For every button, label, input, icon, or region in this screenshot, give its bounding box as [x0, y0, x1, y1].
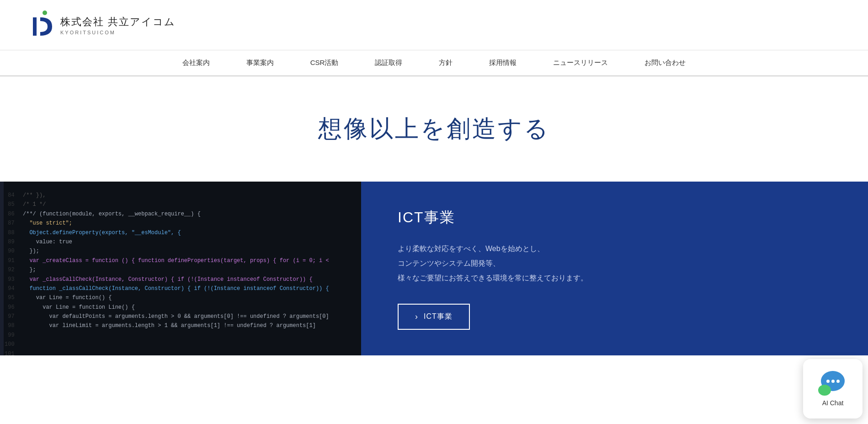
code-image: 84858687888990919293949596979899100101 /…: [0, 182, 361, 355]
logo[interactable]: 株式会社 共立アイコム KYORITSUICOM: [27, 9, 176, 41]
nav-item[interactable]: 方針: [421, 50, 471, 75]
nav-item[interactable]: ニュースリリース: [535, 50, 626, 75]
code-line: var Line = function Line() {: [23, 303, 357, 312]
ict-button[interactable]: › ICT事業: [398, 304, 470, 330]
code-line: /**/ (function(module, exports, __webpac…: [23, 209, 357, 219]
code-line: var lineLimit = arguments.length > 1 && …: [23, 321, 357, 330]
ai-chat-button[interactable]: AI Chat: [803, 359, 863, 419]
chat-bubble-small: [818, 385, 831, 396]
code-line: /** }),: [23, 191, 357, 200]
chat-dot-2: [831, 380, 835, 383]
code-line: "use strict";: [23, 219, 357, 228]
ict-button-label: ICT事業: [424, 312, 453, 322]
navigation: 会社案内事業案内CSR活動認証取得方針採用情報ニュースリリースお問い合わせ: [0, 50, 868, 76]
nav-item[interactable]: 事業案内: [228, 50, 292, 75]
nav-item[interactable]: お問い合わせ: [626, 50, 704, 75]
ai-chat-label: AI Chat: [822, 399, 844, 407]
hero-section: 想像以上を創造する: [0, 76, 868, 182]
chat-dots: [826, 380, 840, 383]
chat-dot-1: [826, 380, 830, 383]
svg-point-0: [43, 11, 47, 15]
code-line: /* 1 */: [23, 200, 357, 209]
nav-item[interactable]: 会社案内: [164, 50, 228, 75]
code-line: });: [23, 247, 357, 256]
code-line: function _classCallCheck(Instance, Const…: [23, 284, 357, 293]
code-line: var _classCallCheck(Instance, Constructo…: [23, 275, 357, 284]
chat-dot-3: [836, 380, 840, 383]
nav-item[interactable]: CSR活動: [292, 50, 357, 75]
ict-content-section: 84858687888990919293949596979899100101 /…: [0, 182, 868, 355]
btn-arrow-icon: ›: [415, 312, 418, 322]
header: 株式会社 共立アイコム KYORITSUICOM: [0, 0, 868, 50]
code-line: Object.defineProperty(exports, "__esModu…: [23, 228, 357, 237]
ict-panel-title: ICT事業: [398, 208, 831, 228]
logo-subtitle: KYORITSUICOM: [60, 30, 176, 35]
code-line: var Line = function() {: [23, 293, 357, 302]
nav-item[interactable]: 採用情報: [471, 50, 535, 75]
code-line: var _createClass = function () { functio…: [23, 256, 357, 265]
code-line: var defaultPoints = arguments.length > 0…: [23, 312, 357, 321]
ict-panel-description: より柔軟な対応をすべく、Webを始めとし、 コンテンツやシステム開発等、 様々な…: [398, 242, 831, 285]
hero-title: 想像以上を創造する: [318, 113, 550, 145]
logo-icon: [27, 9, 55, 41]
svg-rect-1: [33, 17, 37, 36]
code-line: value: true: [23, 237, 357, 247]
ai-chat-icon: [818, 371, 847, 396]
logo-company-name: 株式会社 共立アイコム: [60, 15, 176, 29]
code-line: };: [23, 265, 357, 274]
nav-item[interactable]: 認証取得: [357, 50, 421, 75]
ict-info-panel: ICT事業 より柔軟な対応をすべく、Webを始めとし、 コンテンツやシステム開発…: [361, 182, 868, 355]
